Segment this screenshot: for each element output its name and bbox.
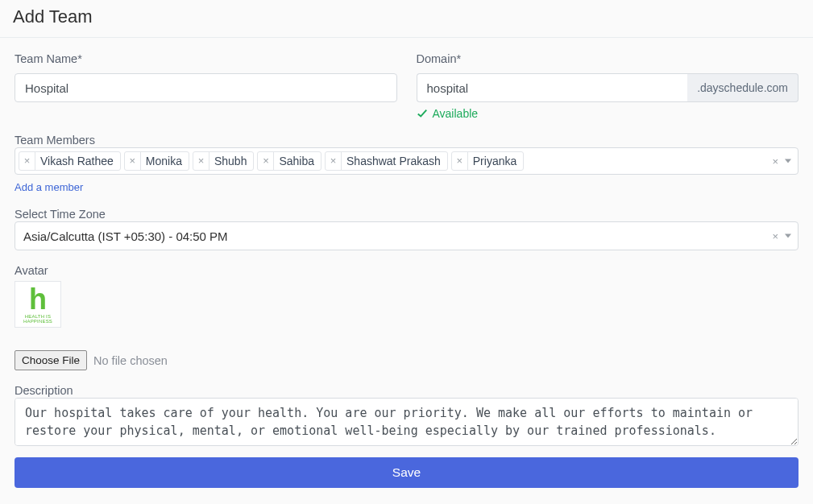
member-tag: ×Sahiba [257, 151, 321, 171]
team-name-input[interactable] [15, 73, 397, 102]
members-dropdown-caret-icon[interactable] [785, 159, 791, 163]
avatar-preview: h HEALTH IS HAPPINESS [15, 281, 61, 328]
member-tag-label: Shashwat Prakash [346, 152, 441, 170]
remove-member-icon[interactable]: × [326, 152, 342, 170]
save-button[interactable]: Save [15, 457, 798, 488]
members-clear-icon[interactable]: × [772, 155, 778, 167]
remove-member-icon[interactable]: × [125, 152, 141, 170]
avatar-image-icon: h [15, 285, 60, 314]
timezone-select[interactable]: Asia/Calcutta (IST +05:30) - 04:50 PM × [15, 221, 798, 250]
avatar-section: Avatar h HEALTH IS HAPPINESS Choose File… [15, 263, 798, 370]
remove-member-icon[interactable]: × [452, 152, 468, 170]
timezone-dropdown-caret-icon[interactable] [785, 234, 791, 238]
remove-member-icon[interactable]: × [258, 152, 274, 170]
team-members-section: Team Members ×Vikash Rathee×Monika×Shubh… [15, 133, 798, 194]
team-members-label: Team Members [15, 134, 95, 147]
timezone-clear-icon[interactable]: × [772, 230, 778, 242]
member-tag-label: Priyanka [473, 152, 516, 170]
page-title: Add Team [13, 6, 800, 27]
description-textarea[interactable] [15, 398, 798, 446]
team-members-multiselect[interactable]: ×Vikash Rathee×Monika×Shubh×Sahiba×Shash… [15, 147, 798, 175]
domain-input[interactable] [417, 73, 688, 102]
description-label: Description [15, 384, 73, 397]
timezone-value: Asia/Calcutta (IST +05:30) - 04:50 PM [23, 229, 228, 243]
member-tag: ×Shashwat Prakash [325, 151, 448, 171]
team-name-label: Team Name* [15, 52, 397, 65]
domain-suffix: .dayschedule.com [687, 73, 798, 102]
timezone-section: Select Time Zone Asia/Calcutta (IST +05:… [15, 207, 798, 250]
member-tag-label: Monika [146, 152, 182, 170]
domain-field-group: Domain* .dayschedule.com Available [417, 52, 799, 120]
member-tag-label: Sahiba [279, 152, 314, 170]
add-member-link[interactable]: Add a member [15, 181, 83, 193]
domain-available-status: Available [417, 107, 799, 120]
check-icon [417, 108, 428, 119]
member-tag: ×Shubh [193, 151, 254, 171]
avatar-label: Avatar [15, 264, 48, 277]
domain-label: Domain* [417, 52, 799, 65]
member-tag: ×Monika [124, 151, 189, 171]
team-name-field-group: Team Name* [15, 52, 397, 120]
file-status-text: No file chosen [93, 354, 168, 367]
member-tag-label: Vikash Rathee [40, 152, 114, 170]
domain-status-text: Available [433, 107, 479, 120]
choose-file-button[interactable]: Choose File [15, 350, 87, 370]
description-section: Description [15, 383, 798, 449]
remove-member-icon[interactable]: × [193, 152, 209, 170]
member-tag: ×Priyanka [451, 151, 524, 171]
form-area: Team Name* Domain* .dayschedule.com Avai… [0, 38, 813, 501]
add-team-page: Add Team Team Name* Domain* .dayschedule… [0, 0, 813, 504]
remove-member-icon[interactable]: × [19, 152, 35, 170]
page-header: Add Team [0, 0, 813, 38]
timezone-label: Select Time Zone [15, 208, 106, 221]
member-tag: ×Vikash Rathee [19, 151, 121, 171]
member-tag-label: Shubh [214, 152, 247, 170]
